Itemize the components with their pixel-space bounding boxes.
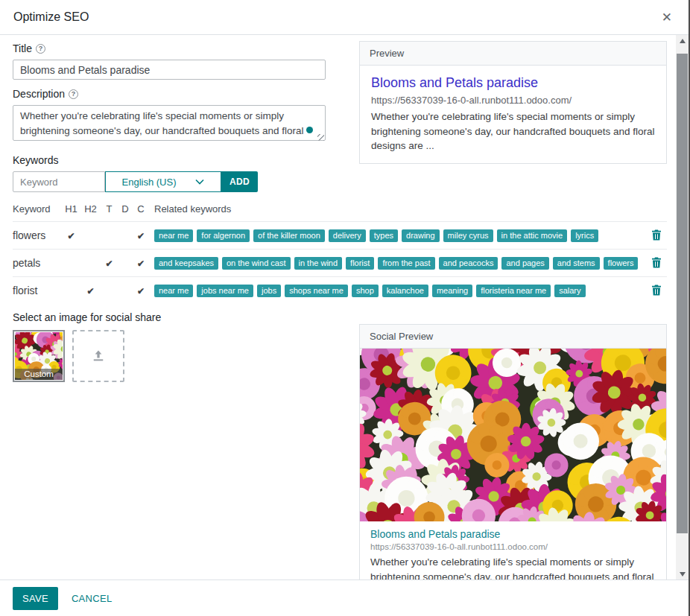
col-c: C [133, 203, 149, 215]
related-keyword-tag[interactable]: in the attic movie [497, 229, 568, 242]
related-keyword-tag[interactable]: and stems [553, 257, 600, 270]
language-select[interactable]: English (US) [105, 171, 221, 192]
col-h1: H1 [62, 203, 80, 215]
title-label: Title ? [13, 42, 326, 54]
related-keyword-tag[interactable]: for algernon [197, 229, 250, 242]
related-keyword-tag[interactable]: near me [154, 229, 193, 242]
keyword-table-row: florist✔✔near mejobs near mejobsshops ne… [13, 276, 667, 304]
upload-image-button[interactable] [72, 330, 124, 382]
col-h2: H2 [80, 203, 101, 215]
title-input[interactable] [13, 60, 326, 80]
dialog-footer: SAVE CANCEL [0, 580, 689, 616]
related-keyword-tag[interactable]: in the wind [294, 257, 343, 270]
related-keyword-tag[interactable]: and pages [501, 257, 548, 270]
related-keyword-tag[interactable]: on the wind cast [222, 257, 291, 270]
scrollbar-up-arrow[interactable] [676, 35, 689, 46]
checkmark-icon: ✔ [105, 258, 113, 269]
related-keyword-tag[interactable]: from the past [378, 257, 434, 270]
scrollbar [676, 35, 689, 580]
related-keyword-tag[interactable]: floristeria near me [476, 285, 551, 297]
description-textarea[interactable] [13, 105, 326, 141]
checkmark-icon: ✔ [86, 286, 94, 296]
delete-keyword-button[interactable] [651, 229, 662, 241]
checkmark-icon: ✔ [137, 231, 145, 241]
related-keyword-tag[interactable]: and peacocks [439, 257, 498, 270]
social-preview-url: https://56337039-16-0-all.runbot111.odoo… [370, 542, 656, 551]
related-keyword-tag[interactable]: salary [554, 285, 585, 297]
resize-grip-icon[interactable] [317, 134, 324, 141]
preview-panel: Preview Blooms and Petals paradise https… [359, 41, 667, 164]
delete-keyword-button[interactable] [651, 257, 662, 269]
keyword-input[interactable] [13, 171, 105, 192]
checkmark-icon: ✔ [67, 231, 75, 241]
checkmark-icon: ✔ [137, 258, 145, 269]
keyword-table-row: flowers✔✔near mefor algernonof the kille… [13, 221, 667, 249]
description-field-group: Description ? [13, 88, 326, 144]
social-preview-panel: Social Preview Blooms and Petals paradis… [359, 324, 667, 580]
related-keyword-tag[interactable]: drawing [402, 229, 440, 242]
preview-result-url: https://56337039-16-0-all.runbot111.odoo… [371, 95, 655, 106]
check-h2: ✔ [80, 285, 101, 296]
dialog-body: Title ? Description ? Keywords [0, 35, 689, 580]
help-icon: ? [36, 44, 45, 54]
keyword-cell: petals [13, 257, 62, 269]
related-keywords: near mefor algernonof the killer moondel… [154, 229, 651, 242]
check-t: ✔ [101, 257, 118, 269]
col-keyword: Keyword [13, 203, 62, 215]
related-keywords: and keepsakeson the wind castin the wind… [154, 257, 651, 270]
related-keyword-tag[interactable]: near me [154, 285, 193, 297]
social-preview-description: Whether you're celebrating life's specia… [370, 555, 656, 580]
related-keywords: near mejobs near mejobsshops near meshop… [154, 285, 651, 297]
social-preview-title: Blooms and Petals paradise [370, 528, 656, 540]
related-keyword-tag[interactable]: delivery [329, 229, 366, 242]
related-keyword-tag[interactable]: types [370, 229, 398, 242]
save-button[interactable]: SAVE [13, 587, 58, 610]
add-keyword-button[interactable]: ADD [221, 171, 258, 192]
related-keyword-tag[interactable]: shops near me [285, 285, 348, 297]
help-icon: ? [69, 89, 78, 99]
related-keyword-tag[interactable]: florist [346, 257, 374, 270]
keyword-table-header: Keyword H1 H2 T D C Related keywords [13, 203, 667, 221]
dialog-title: Optimize SEO [13, 10, 89, 24]
col-t: T [101, 203, 118, 215]
keyword-rows: flowers✔✔near mefor algernonof the kille… [13, 221, 667, 304]
related-keyword-tag[interactable]: kalanchoe [382, 285, 428, 297]
preview-panel-header: Preview [360, 42, 666, 66]
related-keyword-tag[interactable]: and keepsakes [154, 257, 218, 270]
description-label-text: Description [13, 88, 65, 100]
custom-image-label: Custom [15, 369, 63, 380]
dialog-header: Optimize SEO ✕ [0, 0, 689, 35]
delete-keyword-button[interactable] [651, 285, 662, 296]
related-keyword-tag[interactable]: jobs [257, 285, 281, 297]
related-keyword-tag[interactable]: shop [352, 285, 379, 297]
check-c: ✔ [133, 229, 149, 241]
related-keyword-tag[interactable]: of the killer moon [253, 229, 325, 242]
related-keyword-tag[interactable]: flowers [604, 257, 639, 270]
chevron-down-icon [195, 179, 204, 185]
upload-icon [91, 349, 106, 363]
description-label: Description ? [13, 88, 326, 100]
col-related-keywords: Related keywords [154, 203, 667, 215]
check-h1: ✔ [62, 229, 80, 241]
custom-image-thumbnail[interactable]: Custom [13, 330, 65, 382]
social-select-label: Select an image for social share [13, 311, 161, 323]
cancel-button[interactable]: CANCEL [72, 593, 113, 604]
scrollbar-down-arrow[interactable] [676, 568, 689, 580]
checkmark-icon: ✔ [137, 286, 145, 296]
seo-status-dot-icon [306, 127, 313, 133]
related-keyword-tag[interactable]: lyrics [571, 229, 598, 242]
title-field-group: Title ? [13, 42, 326, 80]
social-image-group: Select an image for social share Custom [13, 311, 161, 382]
social-select-label-text: Select an image for social share [13, 311, 161, 323]
keyword-table: Keyword H1 H2 T D C Related keywords flo… [13, 203, 667, 304]
scrollbar-thumb[interactable] [677, 54, 688, 533]
related-keyword-tag[interactable]: jobs near me [197, 285, 253, 297]
social-preview-header: Social Preview [360, 325, 666, 349]
related-keyword-tag[interactable]: miley cyrus [443, 229, 493, 242]
close-icon[interactable]: ✕ [659, 10, 675, 25]
check-c: ✔ [133, 285, 149, 296]
keywords-field-group: Keywords English (US) ADD [13, 154, 258, 192]
related-keyword-tag[interactable]: meaning [432, 285, 472, 297]
keywords-label: Keywords [13, 154, 258, 166]
keywords-label-text: Keywords [13, 154, 58, 166]
